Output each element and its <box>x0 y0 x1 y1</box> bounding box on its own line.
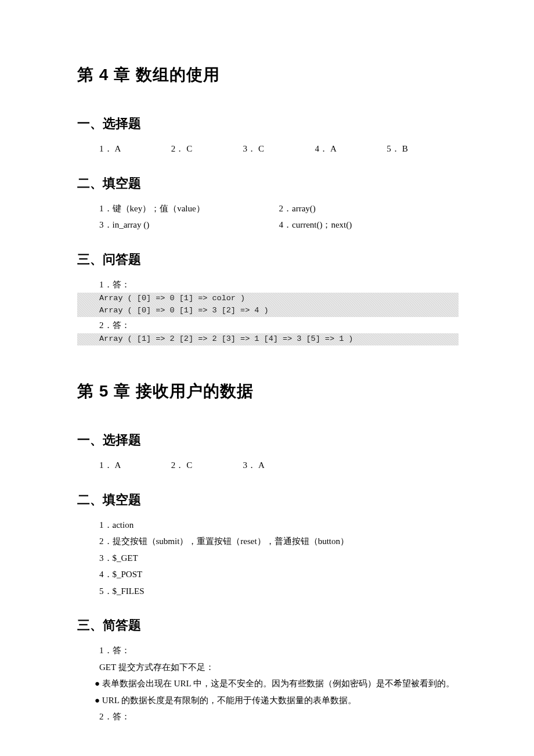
section-title: 二、填空题 <box>77 175 459 192</box>
fill-row: 3．in_array () 4．current()；next() <box>99 217 459 233</box>
qa-label: 1．答： <box>77 276 459 293</box>
fill-cell: 1．键（key）；值（value） <box>99 200 279 217</box>
item-num: 3． <box>243 144 257 153</box>
section-title: 一、选择题 <box>77 431 459 449</box>
item-num: 2． <box>171 460 185 470</box>
chapter-5: 第 5 章 接收用户的数据 一、选择题 1．A 2．C 3．A 二、填空题 1．… <box>77 380 459 725</box>
section-fill: 二、填空题 1．action 2．提交按钮（submit），重置按钮（reset… <box>77 491 459 600</box>
item-ans: C <box>186 144 192 153</box>
fill-item: 1．action <box>99 517 459 534</box>
fill-list: 1．action 2．提交按钮（submit），重置按钮（reset），普通按钮… <box>77 517 459 600</box>
item-ans: A <box>330 144 337 153</box>
section-essay: 三、简答题 1．答： GET 提交方式存在如下不足： ● 表单数据会出现在 UR… <box>77 617 459 725</box>
fill-item: 5．$_FILES <box>99 583 459 600</box>
section-title: 三、简答题 <box>77 617 459 634</box>
item-ans: C <box>258 144 264 153</box>
choice-item: 2．C <box>171 141 243 157</box>
essay-line: 1．答： <box>77 642 459 659</box>
section-title: 二、填空题 <box>77 491 459 509</box>
choice-item: 3．C <box>243 141 315 157</box>
item-ans: A <box>258 460 265 470</box>
section-choice: 一、选择题 1．A 2．C 3．A <box>77 431 459 474</box>
choice-item: 2．C <box>171 457 243 474</box>
choice-item: 1．A <box>99 457 171 474</box>
fill-item: 4．$_POST <box>99 566 459 583</box>
section-title: 一、选择题 <box>77 115 459 132</box>
document-page: 第 4 章 数组的使用 一、选择题 1．A 2．C 3．C 4．A 5．B 二、… <box>0 0 534 756</box>
fill-item: 3．$_GET <box>99 550 459 567</box>
qa-content: 1．答： Array ( [0] => 0 [1] => color ) Arr… <box>77 276 459 346</box>
fill-row: 1．键（key）；值（value） 2．array() <box>99 200 459 217</box>
essay-line: 2．答： <box>77 708 459 725</box>
choice-spacer <box>387 457 459 474</box>
item-num: 2． <box>171 144 185 153</box>
fill-answers: 1．键（key）；值（value） 2．array() 3．in_array (… <box>77 200 459 233</box>
chapter-title: 第 4 章 数组的使用 <box>77 64 459 86</box>
choice-spacer <box>315 457 387 474</box>
item-ans: A <box>115 144 121 153</box>
section-fill: 二、填空题 1．键（key）；值（value） 2．array() 3．in_a… <box>77 175 459 233</box>
choice-answers: 1．A 2．C 3．C 4．A 5．B <box>77 141 459 157</box>
fill-cell: 2．array() <box>279 200 459 217</box>
qa-label: 2．答： <box>77 317 459 334</box>
section-title: 三、问答题 <box>77 251 459 268</box>
item-ans: A <box>115 460 121 470</box>
section-choice: 一、选择题 1．A 2．C 3．C 4．A 5．B <box>77 115 459 157</box>
code-output: Array ( [1] => 2 [2] => 2 [3] => 1 [4] =… <box>77 333 459 345</box>
item-num: 3． <box>243 460 257 470</box>
section-qa: 三、问答题 1．答： Array ( [0] => 0 [1] => color… <box>77 251 459 346</box>
item-ans: C <box>186 460 192 470</box>
chapter-4: 第 4 章 数组的使用 一、选择题 1．A 2．C 3．C 4．A 5．B 二、… <box>77 64 459 345</box>
fill-cell: 3．in_array () <box>99 217 279 233</box>
fill-item: 2．提交按钮（submit），重置按钮（reset），普通按钮（button） <box>99 533 459 550</box>
code-output: Array ( [0] => 0 [1] => color ) <box>77 293 459 305</box>
essay-line: GET 提交方式存在如下不足： <box>77 659 459 676</box>
choice-item: 3．A <box>243 457 315 474</box>
item-num: 1． <box>99 144 113 153</box>
choice-item: 5．B <box>387 141 459 157</box>
fill-cell: 4．current()；next() <box>279 217 459 233</box>
essay-bullet: ● 表单数据会出现在 URL 中，这是不安全的。因为有些数据（例如密码）是不希望… <box>77 675 459 692</box>
choice-answers: 1．A 2．C 3．A <box>77 457 459 474</box>
item-num: 5． <box>387 144 400 153</box>
essay-bullet: ● URL 的数据长度是有限制的，不能用于传递大数据量的表单数据。 <box>77 692 459 709</box>
choice-item: 4．A <box>315 141 387 157</box>
item-num: 1． <box>99 460 113 470</box>
item-num: 4． <box>315 144 328 153</box>
item-ans: B <box>402 144 408 153</box>
code-output: Array ( [0] => 0 [1] => 3 [2] => 4 ) <box>77 305 459 317</box>
chapter-title: 第 5 章 接收用户的数据 <box>77 380 459 402</box>
choice-item: 1．A <box>99 141 171 157</box>
essay-content: 1．答： GET 提交方式存在如下不足： ● 表单数据会出现在 URL 中，这是… <box>77 642 459 725</box>
